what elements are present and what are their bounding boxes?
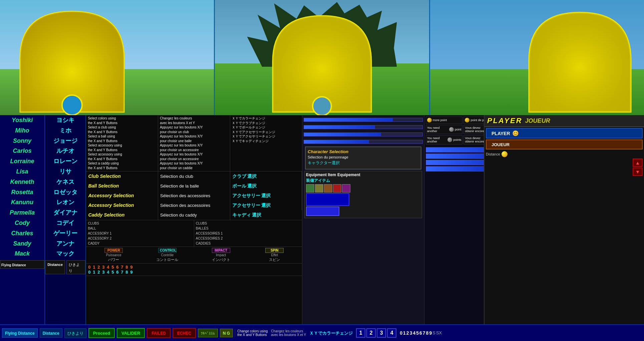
jp-name-mack[interactable]: マック	[45, 249, 85, 259]
jp-name-sandy[interactable]: アンナ	[45, 239, 85, 249]
instr-fr-5: Appuyez sur les boutons X/Ypour choisir …	[160, 152, 228, 161]
instr-fr-4: Appuyez sur les boutons X/Ypour choisir …	[160, 143, 228, 152]
ng-label: N G	[223, 331, 230, 336]
num-3: 3	[410, 330, 412, 336]
player-name-lisa[interactable]: Lisa	[0, 166, 44, 177]
player-name-rosetta[interactable]: Rosetta	[0, 187, 44, 198]
num-s: S	[432, 330, 435, 336]
equipment-item-box: Equipment Item Equipement 装備アイテム	[304, 171, 422, 218]
top-scene-row	[0, 0, 644, 115]
club-selection-fr: Sélection du club	[158, 172, 230, 181]
accessory-selection-2-en[interactable]: Accessory Selection	[86, 201, 158, 210]
player-name-sandy[interactable]: Sandy	[0, 239, 44, 249]
player-badge-text: PLAYER	[492, 131, 510, 136]
jp-name-carlos[interactable]: ルチオ	[45, 146, 85, 156]
player-name-yoshiki[interactable]: Yoshiki	[0, 115, 44, 125]
stats-sliders-section: Character Selection Sélection du personn…	[302, 115, 424, 324]
jp-name-kanunu[interactable]: レオン	[45, 197, 85, 208]
num-btn-3[interactable]: 3	[377, 328, 386, 338]
ng-jp-btn[interactable]: ﾂｷﾍﾞｽｽﾑ	[198, 329, 218, 337]
hikiyori-bottom-btn[interactable]: ひきより	[64, 328, 86, 338]
char-sel-title-fr: Sélection du personnage	[308, 155, 348, 159]
equip-item-title-en: Equipment Item	[306, 173, 336, 177]
ng-jp-label: ﾂｷﾍﾞｽｽﾑ	[201, 331, 215, 335]
valider-btn[interactable]: VALIDER	[117, 328, 145, 338]
accessory-selection-1-en[interactable]: Accessory Selection	[86, 191, 158, 201]
change-colors-jp-bottom: ＸＹでカラーチェンジ	[308, 330, 353, 336]
hikiyori-label: ひきより	[69, 263, 80, 273]
selection-grid: Club Selection Sélection du club クラブ 選択 …	[86, 172, 302, 220]
equip-acc1-fr: ACCESSOIRES 1	[196, 231, 300, 236]
distance-up-btn[interactable]: ▲	[633, 158, 643, 167]
jp-name-rosetta[interactable]: ロゼッタ	[45, 187, 85, 198]
stat-power-jp: パワー	[108, 257, 119, 262]
jp-name-miho[interactable]: ミホ	[45, 125, 85, 136]
stat-power-en: POWER	[104, 248, 123, 253]
instr-en-4: Select accessory usingthe X and Y Button…	[88, 143, 156, 152]
instr-jp-2: ＸＹでクラブチェンジ	[232, 121, 300, 125]
num-6: 6	[419, 330, 422, 336]
swatch-olive[interactable]	[315, 184, 323, 193]
pt-text-more: more point	[433, 118, 447, 122]
proceed-btn[interactable]: Proceed	[88, 328, 115, 338]
scene-panel-3	[430, 0, 644, 115]
instr-fr-1: Changez les couleursavec les boutons X e…	[160, 116, 228, 125]
swatch-brown[interactable]	[324, 184, 332, 193]
distance-down-btn[interactable]: ▼	[633, 167, 643, 176]
instr-jp-5: ＸＹでアクセサリーチェンジ	[232, 134, 300, 139]
stat-impact-fr: Impact	[212, 253, 230, 257]
swatch-purple[interactable]	[342, 184, 350, 193]
power-bar	[304, 118, 423, 122]
instr-jp-1: ＸＹでカラーチェンジ	[232, 116, 300, 121]
player-name-lorraine[interactable]: Lorraine	[0, 156, 44, 166]
jp-name-sonny[interactable]: ジョージ	[45, 136, 85, 146]
instr-jp-6: ＸＹでキャディチェンジ	[232, 139, 300, 143]
swatch-green[interactable]	[306, 184, 314, 193]
bottom-bar: Flying Distance Distance ひきより Proceed VA…	[0, 324, 644, 341]
proceed-en-label: Proceed	[93, 331, 110, 336]
club-selection-en[interactable]: Club Selection	[86, 172, 158, 181]
equipment-preview-small	[306, 207, 339, 216]
instr-en-3: Select a ball usingthe X and Y Buttons	[88, 134, 156, 143]
num-display-orange: 0123456789	[87, 265, 301, 270]
char-sel-fr-row: Sélection du personnage	[308, 155, 419, 159]
hikiyori-bottom-label: ひきより	[67, 331, 83, 336]
jp-name-yoshiki[interactable]: ヨシキ	[45, 115, 85, 125]
ng-btn[interactable]: N G	[220, 329, 233, 337]
player-name-mack[interactable]: Mack	[0, 249, 44, 259]
caddy-selection-en[interactable]: Caddy Selection	[86, 210, 158, 220]
jp-name-parmella[interactable]: ダイアナ	[45, 208, 85, 218]
player-name-cody[interactable]: Cody	[0, 218, 44, 228]
echec-btn[interactable]: ECHEC	[173, 328, 196, 338]
ball-selection-fr: Sélection de la balle	[158, 181, 230, 191]
num-btn-1[interactable]: 1	[356, 328, 365, 338]
ball-selection-en[interactable]: Ball Selection	[86, 181, 158, 191]
instr-col-jp: ＸＹでカラーチェンジ ＸＹでクラブチェンジ ＸＹでボールチェンジ ＸＹでアクセサ…	[230, 115, 302, 171]
flying-dist-bottom-label: Flying Distance	[5, 331, 35, 336]
num-btn-2[interactable]: 2	[366, 328, 376, 338]
swatch-maroon[interactable]	[333, 184, 341, 193]
equip-en-col: CLUBS BALL ACCESSORY 1 ACCESSORY 2 CADDY	[86, 220, 194, 247]
echec-fr-label: ECHEC	[177, 331, 191, 336]
failed-btn[interactable]: FAILED	[147, 328, 171, 338]
jp-name-lorraine[interactable]: ロレーン	[45, 156, 85, 166]
equip-clubs-en: CLUBS	[88, 221, 192, 226]
player-name-kanunu[interactable]: Kanunu	[0, 197, 44, 208]
pt-need-en: You need another point	[426, 125, 463, 134]
equipment-preview-large	[306, 193, 349, 206]
flying-distance-btn[interactable]: Flying Distance	[2, 328, 38, 338]
player-name-miho[interactable]: Miho	[0, 125, 44, 136]
distance-bottom-btn[interactable]: Distance	[40, 328, 62, 338]
jp-name-lisa[interactable]: リサ	[45, 166, 85, 177]
jp-name-kenneth[interactable]: ケネス	[45, 177, 85, 187]
num-btn-4[interactable]: 4	[387, 328, 396, 338]
player-name-charles[interactable]: Charles	[0, 228, 44, 239]
equip-caddy-fr: CADDIES	[196, 241, 300, 246]
jp-name-cody[interactable]: コデイ	[45, 218, 85, 228]
player-name-sonny[interactable]: Sonny	[0, 136, 44, 146]
player-name-carlos[interactable]: Carlos	[0, 146, 44, 156]
equip-ball-fr: BALLES	[196, 226, 300, 231]
jp-name-charles[interactable]: ゲーリー	[45, 228, 85, 239]
player-name-parmella[interactable]: Parmella	[0, 208, 44, 218]
player-name-kenneth[interactable]: Kenneth	[0, 177, 44, 187]
